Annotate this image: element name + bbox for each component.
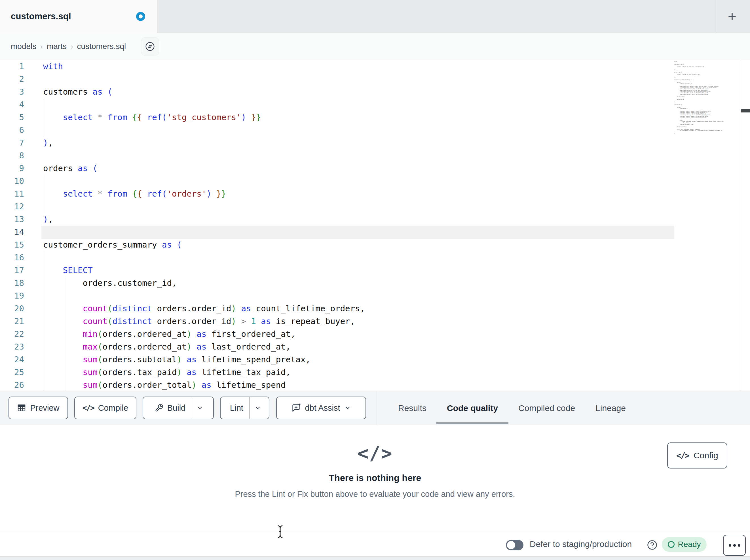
line-number[interactable]: 20: [0, 302, 28, 315]
code-line[interactable]: orders.customer_id,: [43, 277, 674, 290]
code-line[interactable]: orders as (: [43, 162, 674, 175]
chevron-down-icon: [197, 405, 203, 411]
build-button-label: Build: [167, 403, 186, 413]
line-number[interactable]: 19: [0, 290, 28, 302]
code-line[interactable]: [43, 124, 674, 137]
file-navigate-button[interactable]: [141, 37, 159, 56]
line-number[interactable]: 12: [0, 200, 28, 213]
code-line[interactable]: min(orders.ordered_at) as first_ordered_…: [43, 328, 674, 340]
line-number[interactable]: 7: [0, 137, 28, 149]
status-bar: Defer to staging/production Ready: [0, 531, 750, 556]
code-line-active[interactable]: [41, 226, 674, 238]
code-line[interactable]: max(orders.ordered_at) as last_ordered_a…: [43, 340, 674, 353]
code-line[interactable]: sum(orders.tax_paid) as lifetime_tax_pai…: [43, 366, 674, 379]
indent-guide: [44, 175, 44, 213]
tab-bar: customers.sql +: [0, 0, 750, 33]
lint-button[interactable]: Lint: [224, 397, 250, 419]
file-tab-customers-sql[interactable]: customers.sql: [0, 0, 157, 33]
tab-results[interactable]: Results: [398, 391, 427, 425]
code-line[interactable]: [43, 98, 674, 111]
line-number[interactable]: 5: [0, 111, 28, 124]
status-badge-ready[interactable]: Ready: [662, 537, 707, 552]
breadcrumb: models›marts›customers.sql: [11, 33, 126, 60]
dot-icon: [729, 544, 731, 547]
code-line[interactable]: [43, 200, 674, 213]
line-number[interactable]: 13: [0, 213, 28, 226]
defer-toggle[interactable]: [506, 540, 524, 551]
code-line[interactable]: sum(orders.subtotal) as lifetime_spend_p…: [43, 353, 674, 366]
dbt-assist-button[interactable]: dbt Assist: [276, 397, 366, 419]
line-number[interactable]: 25: [0, 366, 28, 379]
code-line[interactable]: customers as (: [43, 86, 674, 98]
unsaved-changes-dot-icon: [136, 12, 145, 21]
line-number[interactable]: 16: [0, 251, 28, 264]
compile-button-label: Compile: [98, 403, 128, 413]
lint-dropdown-button[interactable]: [250, 397, 266, 419]
code-brackets-icon: </>: [82, 403, 94, 412]
code-editor[interactable]: 1234567891011121314151617181920212223242…: [0, 60, 750, 391]
dbt-assist-button-label: dbt Assist: [305, 403, 340, 413]
code-line[interactable]: ),: [43, 213, 674, 226]
breadcrumb-item-models[interactable]: models: [11, 42, 36, 51]
line-number[interactable]: 21: [0, 315, 28, 328]
build-dropdown-button[interactable]: [192, 397, 208, 419]
editor-scrollbar[interactable]: [741, 60, 750, 391]
code-line[interactable]: select * from {{ ref('orders') }}: [43, 188, 674, 200]
code-line[interactable]: [43, 149, 674, 162]
breadcrumb-item-customers-sql[interactable]: customers.sql: [77, 42, 126, 51]
line-number[interactable]: 4: [0, 98, 28, 111]
code-line[interactable]: [43, 290, 674, 302]
line-number[interactable]: 10: [0, 175, 28, 188]
code-line[interactable]: SELECT: [43, 264, 674, 277]
line-number[interactable]: 26: [0, 379, 28, 391]
line-number[interactable]: 11: [0, 188, 28, 200]
minimap[interactable]: withcustomers as ( select * from {{ ref(…: [674, 61, 739, 135]
line-number[interactable]: 1: [0, 60, 28, 73]
line-number[interactable]: 8: [0, 149, 28, 162]
code-line[interactable]: count(distinct orders.order_id) > 1 as i…: [43, 315, 674, 328]
code-line[interactable]: [43, 175, 674, 188]
indent-guide: [44, 98, 44, 137]
code-line[interactable]: [43, 73, 674, 86]
editor-toolbar: Preview </> Compile Build Lint: [0, 391, 750, 425]
text-cursor-pointer: [276, 524, 284, 539]
tab-code-quality[interactable]: Code quality: [447, 391, 498, 425]
new-tab-button[interactable]: +: [722, 6, 742, 27]
chevron-down-icon: [254, 405, 261, 411]
line-number[interactable]: 23: [0, 340, 28, 353]
empty-state: </> There is nothing here Press the Lint…: [0, 425, 750, 499]
config-button[interactable]: </> Config: [667, 442, 727, 469]
line-number[interactable]: 2: [0, 73, 28, 86]
code-line[interactable]: sum(orders.order_total) as lifetime_spen…: [43, 379, 674, 391]
help-icon[interactable]: [647, 539, 658, 551]
tab-lineage[interactable]: Lineage: [595, 391, 626, 425]
line-number[interactable]: 14: [0, 226, 28, 238]
build-button[interactable]: Build: [149, 397, 192, 419]
breadcrumb-item-marts[interactable]: marts: [47, 42, 67, 51]
tab-compiled-code[interactable]: Compiled code: [518, 391, 575, 425]
line-number[interactable]: 3: [0, 86, 28, 98]
line-number[interactable]: 9: [0, 162, 28, 175]
panel-tabs: ResultsCode qualityCompiled codeLineage: [398, 391, 626, 425]
line-number[interactable]: 15: [0, 238, 28, 251]
code-line[interactable]: select * from {{ ref('stg_customers') }}: [43, 111, 674, 124]
code-line[interactable]: count(distinct orders.order_id) as count…: [43, 302, 674, 315]
editor-scrollbar-thumb[interactable]: [741, 109, 750, 112]
code-line[interactable]: [43, 251, 674, 264]
compile-button[interactable]: </> Compile: [74, 397, 136, 419]
line-number[interactable]: 22: [0, 328, 28, 340]
code-line[interactable]: customer_orders_summary as (: [43, 238, 674, 251]
code-line[interactable]: with: [43, 60, 674, 73]
line-number[interactable]: 17: [0, 264, 28, 277]
more-options-button[interactable]: [723, 535, 746, 556]
preview-button[interactable]: Preview: [8, 397, 68, 419]
code-line[interactable]: ),: [43, 137, 674, 149]
dot-icon: [733, 544, 736, 547]
line-number[interactable]: 24: [0, 353, 28, 366]
code-lines: withcustomers as ( select * from {{ ref(…: [43, 60, 674, 391]
lint-button-group: Lint: [220, 397, 269, 419]
window-bottom-strip: [0, 556, 750, 560]
line-number[interactable]: 6: [0, 124, 28, 137]
line-number[interactable]: 18: [0, 277, 28, 290]
assist-chat-plus-icon: [291, 403, 301, 413]
